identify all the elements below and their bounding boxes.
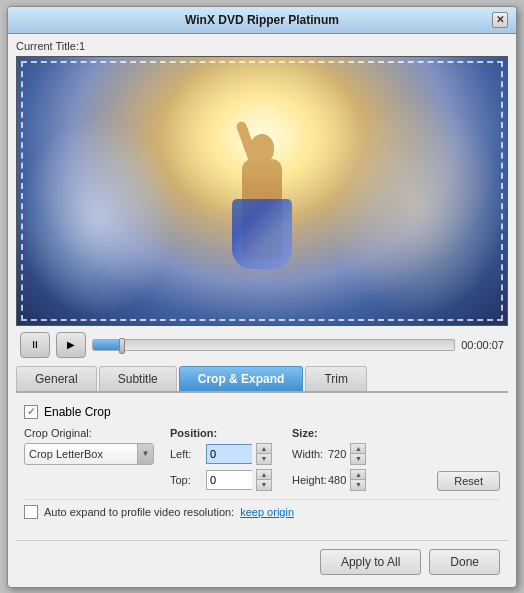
reset-button[interactable]: Reset xyxy=(437,471,500,491)
height-spinner-buttons: ▲ ▼ xyxy=(350,469,366,491)
video-clouds-left xyxy=(17,117,177,317)
width-spinner-buttons: ▲ ▼ xyxy=(350,443,366,465)
progress-bar[interactable] xyxy=(92,339,455,351)
size-col: Size: Width: 720 ▲ ▼ Height: 480 xyxy=(292,427,366,491)
size-header: Size: xyxy=(292,427,366,439)
top-label: Top: xyxy=(170,474,202,486)
tab-subtitle[interactable]: Subtitle xyxy=(99,366,177,391)
crop-expand-panel: Enable Crop Crop Original: Crop LetterBo… xyxy=(16,401,508,532)
crop-original-col: Crop Original: Crop LetterBox ▼ xyxy=(24,427,154,465)
crop-original-label: Crop Original: xyxy=(24,427,154,439)
top-input[interactable] xyxy=(206,470,252,490)
window-content: Current Title:1 ⏸ ▶ 00:00:07 xyxy=(8,34,516,587)
time-display: 00:00:07 xyxy=(461,339,504,351)
height-value: 480 xyxy=(328,474,346,486)
title-bar: WinX DVD Ripper Platinum ✕ xyxy=(8,7,516,34)
done-button[interactable]: Done xyxy=(429,549,500,575)
left-spinner-buttons: ▲ ▼ xyxy=(256,443,272,465)
progress-handle[interactable] xyxy=(119,338,125,354)
height-row: Height: 480 ▲ ▼ xyxy=(292,469,366,491)
window-title: WinX DVD Ripper Platinum xyxy=(32,13,492,27)
crop-controls: Crop Original: Crop LetterBox ▼ Position… xyxy=(24,427,500,491)
tab-crop-expand[interactable]: Crop & Expand xyxy=(179,366,304,391)
width-value: 720 xyxy=(328,448,346,460)
left-input[interactable] xyxy=(206,444,252,464)
enable-crop-label: Enable Crop xyxy=(44,405,111,419)
video-figure xyxy=(222,119,302,279)
height-spin-up[interactable]: ▲ xyxy=(351,470,365,480)
auto-expand-row: Auto expand to profile video resolution:… xyxy=(24,499,500,524)
position-header: Position: xyxy=(170,427,272,439)
current-title: Current Title:1 xyxy=(16,40,508,52)
tab-trim[interactable]: Trim xyxy=(305,366,367,391)
left-spinner-row: Left: ▲ ▼ xyxy=(170,443,272,465)
width-label: Width: xyxy=(292,448,324,460)
progress-fill xyxy=(93,340,122,350)
auto-expand-text: Auto expand to profile video resolution: xyxy=(44,506,234,518)
height-spin-down[interactable]: ▼ xyxy=(351,480,365,490)
crop-dropdown-value: Crop LetterBox xyxy=(29,448,137,460)
tab-general[interactable]: General xyxy=(16,366,97,391)
enable-crop-checkbox[interactable] xyxy=(24,405,38,419)
left-spin-up[interactable]: ▲ xyxy=(257,444,271,454)
pause-button[interactable]: ⏸ xyxy=(20,332,50,358)
top-spin-up[interactable]: ▲ xyxy=(257,470,271,480)
position-col: Position: Left: ▲ ▼ Top: xyxy=(170,427,272,491)
top-spinner-row: Top: ▲ ▼ xyxy=(170,469,272,491)
reset-wrapper: Reset xyxy=(437,471,500,491)
video-clouds-right xyxy=(327,97,507,317)
keep-origin-link[interactable]: keep origin xyxy=(240,506,294,518)
tabs-row: General Subtitle Crop & Expand Trim xyxy=(16,362,508,393)
top-spin-down[interactable]: ▼ xyxy=(257,480,271,490)
top-spinner-buttons: ▲ ▼ xyxy=(256,469,272,491)
close-button[interactable]: ✕ xyxy=(492,12,508,28)
playback-controls: ⏸ ▶ 00:00:07 xyxy=(16,326,508,362)
figure-robe xyxy=(232,199,292,269)
dropdown-arrow-icon: ▼ xyxy=(137,444,153,464)
bottom-buttons: Apply to All Done xyxy=(16,540,508,579)
left-spin-down[interactable]: ▼ xyxy=(257,454,271,464)
auto-expand-checkbox[interactable] xyxy=(24,505,38,519)
crop-dropdown[interactable]: Crop LetterBox ▼ xyxy=(24,443,154,465)
height-label: Height: xyxy=(292,474,324,486)
width-spin-up[interactable]: ▲ xyxy=(351,444,365,454)
apply-all-button[interactable]: Apply to All xyxy=(320,549,421,575)
left-label: Left: xyxy=(170,448,202,460)
width-spin-down[interactable]: ▼ xyxy=(351,454,365,464)
main-window: WinX DVD Ripper Platinum ✕ Current Title… xyxy=(7,6,517,588)
play-button[interactable]: ▶ xyxy=(56,332,86,358)
figure-head xyxy=(250,134,274,162)
video-player xyxy=(16,56,508,326)
width-row: Width: 720 ▲ ▼ xyxy=(292,443,366,465)
position-size-col: Position: Left: ▲ ▼ Top: xyxy=(170,427,500,491)
enable-crop-row: Enable Crop xyxy=(24,405,500,419)
